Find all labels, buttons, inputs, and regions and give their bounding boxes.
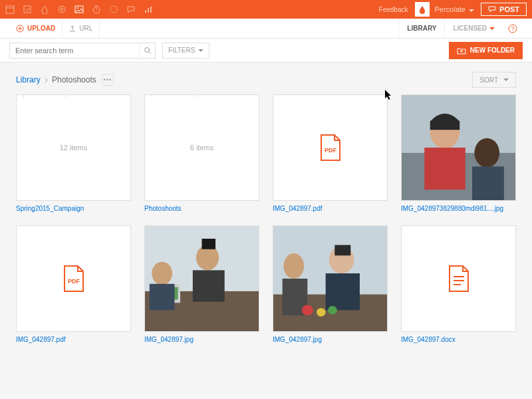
filters-button[interactable]: FILTERS <box>162 43 209 59</box>
upload-button[interactable]: UPLOAD <box>9 19 63 38</box>
item-caption[interactable]: Spring2015_Campaign <box>16 205 131 212</box>
plus-icon <box>16 25 24 33</box>
svg-line-20 <box>149 52 151 54</box>
grid-item[interactable]: IMG_042897.jpg <box>273 225 388 343</box>
item-caption[interactable]: Photoshoots <box>144 205 259 212</box>
drop-icon[interactable] <box>40 5 49 14</box>
svg-point-6 <box>77 7 78 9</box>
grid-item[interactable]: IMG_0428973829880mdi981....jpg <box>401 94 516 212</box>
grid-item[interactable]: PDF IMG_042897.pdf <box>273 94 388 212</box>
post-button[interactable]: POST <box>481 3 527 16</box>
calendar-icon[interactable] <box>5 5 15 14</box>
item-caption[interactable]: IMG_042897.docx <box>401 336 516 343</box>
photo-thumb <box>401 94 516 201</box>
svg-rect-2 <box>24 6 31 13</box>
item-caption[interactable]: IMG_042897.pdf <box>16 336 131 343</box>
svg-point-45 <box>283 253 304 279</box>
svg-rect-0 <box>6 6 14 13</box>
svg-rect-35 <box>193 270 225 301</box>
svg-rect-11 <box>145 10 146 13</box>
speech-icon <box>488 6 496 13</box>
tab-licensed[interactable]: LICENSED <box>444 19 503 38</box>
folder-plus-icon <box>457 47 466 55</box>
timer-icon[interactable] <box>92 5 101 14</box>
feedback-link[interactable]: Feedback <box>379 6 408 13</box>
asset-grid: 12 items Spring2015_Campaign 6 items Pho… <box>0 94 532 343</box>
controls-bar: FILTERS NEW FOLDER <box>0 39 532 63</box>
search-box <box>9 43 156 59</box>
photo-thumb <box>144 225 259 332</box>
grid-item[interactable]: IMG_042897.docx <box>401 225 516 343</box>
svg-rect-34 <box>202 239 216 249</box>
top-icon-row <box>5 5 153 14</box>
svg-point-49 <box>328 306 337 315</box>
sort-button[interactable]: SORT <box>472 72 516 88</box>
breadcrumb-row: Library › Photoshoots ••• SORT <box>0 63 532 94</box>
svg-point-48 <box>317 308 326 317</box>
chevron-right-icon: › <box>45 74 48 86</box>
svg-rect-29 <box>472 166 504 200</box>
svg-point-3 <box>59 6 65 13</box>
svg-point-38 <box>152 262 172 285</box>
svg-point-47 <box>302 305 313 316</box>
svg-point-10 <box>110 6 117 13</box>
svg-point-4 <box>61 8 63 11</box>
help-button[interactable]: ? <box>503 19 523 38</box>
grid-item[interactable]: 12 items Spring2015_Campaign <box>16 94 131 212</box>
breadcrumb-root[interactable]: Library <box>16 75 41 84</box>
svg-text:PDF: PDF <box>325 147 337 154</box>
upload-arrow-icon <box>69 25 76 32</box>
subbar: UPLOAD URL LIBRARY LICENSED ? <box>0 19 532 39</box>
svg-rect-12 <box>148 8 149 13</box>
folder-count: 6 items <box>190 144 213 152</box>
image-icon[interactable] <box>74 5 84 14</box>
topbar: Feedback Percolate POST <box>0 0 532 19</box>
svg-point-19 <box>144 47 149 52</box>
grid-item[interactable]: IMG_042897.jpg <box>144 225 259 343</box>
more-button[interactable]: ••• <box>102 74 114 86</box>
breadcrumb-current: Photoshoots <box>52 75 96 84</box>
search-input[interactable] <box>10 47 139 55</box>
note-icon[interactable] <box>23 5 32 14</box>
chat-icon[interactable] <box>126 5 136 14</box>
svg-rect-39 <box>150 284 175 311</box>
pdf-icon: PDF <box>63 265 85 293</box>
folder-count: 12 items <box>60 144 88 152</box>
brand-avatar[interactable] <box>415 2 430 17</box>
url-button[interactable]: URL <box>63 19 100 38</box>
circle-icon[interactable] <box>109 5 118 14</box>
item-caption[interactable]: IMG_042897.jpg <box>273 336 388 343</box>
at-icon[interactable] <box>57 5 66 14</box>
document-icon <box>448 265 470 293</box>
grid-item[interactable]: PDF IMG_042897.pdf <box>16 225 131 343</box>
svg-text:?: ? <box>511 25 514 32</box>
bars-icon[interactable] <box>144 5 153 14</box>
search-icon[interactable] <box>139 43 155 58</box>
pdf-icon: PDF <box>319 134 342 162</box>
svg-text:PDF: PDF <box>68 278 80 285</box>
svg-rect-13 <box>150 7 152 13</box>
tab-library[interactable]: LIBRARY <box>398 19 444 38</box>
new-folder-button[interactable]: NEW FOLDER <box>449 42 523 59</box>
svg-rect-27 <box>424 148 466 190</box>
item-caption[interactable]: IMG_042897.jpg <box>144 336 259 343</box>
item-caption[interactable]: IMG_0428973829880mdi981....jpg <box>401 205 516 212</box>
photo-thumb <box>273 225 388 332</box>
svg-rect-44 <box>326 273 360 310</box>
svg-point-28 <box>474 138 499 168</box>
svg-rect-43 <box>334 245 350 255</box>
brand-menu[interactable]: Percolate <box>435 5 475 13</box>
item-caption[interactable]: IMG_042897.pdf <box>273 205 388 212</box>
grid-item[interactable]: 6 items Photoshoots <box>144 94 259 212</box>
